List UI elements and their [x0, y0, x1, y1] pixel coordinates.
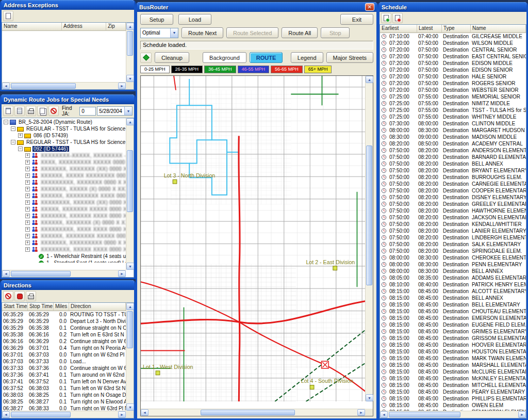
tree-item[interactable]: −BR_5-28-2004 (Dynamic Route)	[2, 119, 126, 125]
schedule-row[interactable]: 07:50:0008:20:00DestinationKENDALL/WHITT…	[380, 221, 526, 228]
schedule-row[interactable]: 08:15:0008:45:00DestinationBELL ANNEX	[380, 295, 526, 301]
column-header-name[interactable]: Name	[2, 23, 62, 31]
schedule-row[interactable]: 07:10:0007:40:00DestinationGILCREASE MID…	[380, 33, 526, 40]
scrollbar-thumb[interactable]	[11, 412, 71, 417]
schedule-row[interactable]: 08:15:0008:45:00DestinationMcKINLEY ELEM…	[380, 375, 526, 382]
scroll-left-button[interactable]: ◄	[2, 83, 10, 89]
directions-row[interactable]: 06:38:2706:38:330.0Turn right on W 63rd …	[2, 405, 126, 411]
tree-item[interactable]: +XXXXXXX, XXXXXX XXXX 0000 X XXXXXXX XX	[2, 213, 126, 219]
address-vertical-scrollbar[interactable]: ▲ ▼	[126, 23, 134, 82]
schedule-row[interactable]: 07:30:0008:00:00DestinationCLINTON MIDDL…	[380, 120, 526, 127]
schedule-titlebar[interactable]: Schedule	[380, 2, 526, 12]
schedule-row[interactable]: 08:15:0008:45:00DestinationMcCLURE ELEME…	[380, 368, 526, 375]
tree-expander-icon[interactable]: +	[25, 153, 30, 158]
schedule-row[interactable]: 07:50:0008:20:00DestinationANDERSON ELEM…	[380, 147, 526, 154]
schedule-row[interactable]: 07:20:0007:50:00DestinationEAST CENTRAL …	[380, 53, 526, 60]
schedule-row[interactable]: 08:15:0008:45:00DestinationGRISSOM ELEME…	[380, 335, 526, 342]
schedule-row[interactable]: 08:15:0008:45:00DestinationCHOUTEAU ELEM…	[380, 308, 526, 315]
tree-item[interactable]: +XXXXXXXXX, XXXX XXXX 0000 X XXXXX XXXX	[2, 226, 126, 233]
address-exceptions-titlebar[interactable]: Address Exceptions	[2, 0, 134, 10]
schedule-row[interactable]: 07:25:0007:55:00DestinationWHITNEY MIDDL…	[380, 114, 526, 120]
copy-button[interactable]	[37, 106, 47, 116]
scrollbar-thumb[interactable]	[11, 83, 76, 89]
schedule-row[interactable]: 07:50:0008:20:00DestinationCARNEGIE ELEM…	[380, 181, 526, 187]
schedule-row[interactable]: 08:15:0008:45:00DestinationALCOTT ELEMEN…	[380, 288, 526, 295]
tree-horizontal-scrollbar[interactable]: ◄ ►	[2, 270, 126, 277]
column-header-address[interactable]: Address	[62, 23, 106, 31]
scroll-down-button[interactable]: ▼	[126, 403, 134, 411]
tree-expander-icon[interactable]: +	[25, 173, 30, 178]
scrollbar-thumb[interactable]	[366, 146, 372, 285]
directions-row[interactable]: 06:36:1606:36:290.2Continue straight on …	[2, 338, 126, 345]
legend-button[interactable]: Legend	[291, 52, 323, 63]
schedule-row[interactable]: 07:20:0007:50:00DestinationEDISON SENIOR	[380, 67, 526, 73]
schedule-row[interactable]: 08:15:0008:45:00DestinationMITCHELL ELEM…	[380, 382, 526, 389]
schedule-row[interactable]: 08:15:0008:45:00DestinationBELL ELEMENTA…	[380, 301, 526, 308]
scrollbar-thumb[interactable]	[127, 311, 133, 348]
tree-expander-icon[interactable]: +	[25, 220, 30, 225]
schedule-row[interactable]: 08:00:0008:30:00DestinationPENN ELEMENTA…	[380, 261, 526, 268]
scroll-right-button[interactable]: ►	[518, 411, 526, 418]
directions-row[interactable]: 06:37:0306:37:330.0Load...	[2, 358, 126, 365]
route-next-button[interactable]: Route Next	[182, 27, 223, 38]
busrouter-titlebar[interactable]: BusRouter ✕	[137, 2, 376, 12]
map-horizontal-scrollbar[interactable]: ◄ ►	[141, 409, 365, 416]
tree-item[interactable]: ✓1 - Wheelchair Restraint (4 seats used)…	[2, 253, 126, 260]
schedule-row[interactable]: 08:15:0008:45:00DestinationREMINGTON ELE…	[380, 409, 526, 411]
print-button[interactable]	[26, 291, 36, 301]
schedule-row[interactable]: 08:15:0008:45:00DestinationPHILLIPS ELEM…	[380, 395, 526, 402]
schedule-horizontal-scrollbar[interactable]: ◄ ►	[380, 411, 526, 418]
scroll-left-button[interactable]: ◄	[2, 270, 10, 277]
tree-expander-icon[interactable]: −	[4, 120, 8, 124]
schedule-row[interactable]: 07:20:0007:50:00DestinationWEBSTER SENIO…	[380, 87, 526, 93]
column-header-latest[interactable]: Latest	[417, 25, 442, 33]
schedule-row[interactable]: 08:15:0008:45:00DestinationOWEN ELEM	[380, 402, 526, 409]
scroll-down-button[interactable]: ▼	[126, 75, 134, 82]
route-jobs-tree[interactable]: −BR_5-28-2004 (Dynamic Route)−REGULAR - …	[2, 118, 134, 278]
page-green-button[interactable]	[381, 13, 391, 23]
page-button[interactable]	[3, 11, 13, 21]
schedule-row[interactable]: 07:50:0008:20:00DestinationGREELEY ELEME…	[380, 201, 526, 207]
route-selected-button[interactable]: Route Selected	[226, 27, 278, 38]
schedule-row[interactable]: 07:50:0008:20:00DestinationBURROUGHS ELE…	[380, 174, 526, 181]
scroll-left-button[interactable]: ◄	[380, 411, 388, 418]
directions-row[interactable]: 06:37:3306:37:360.0Continue straight on …	[2, 365, 126, 371]
tree-expander-icon[interactable]: +	[25, 193, 30, 198]
scroll-left-button[interactable]: ◄	[141, 409, 148, 416]
tree-item[interactable]: +XXXXXX, XXXXX XXXXXXXX 0000 X XXXXXX	[2, 172, 126, 179]
schedule-row[interactable]: 07:50:0008:20:00DestinationLANIER ELEMEN…	[380, 228, 526, 234]
tree-item[interactable]: +XXXXXX, XXXXXXX (X) 0000 X XXXXXXX XXX	[2, 219, 126, 226]
tree-item[interactable]: +XXXXXXX, XXXXXXXXX 0000 X XXXXXXX XXXX	[2, 239, 126, 246]
tree-item[interactable]: −REGULAR - TSST - TULSA HS for Science &…	[2, 139, 126, 146]
column-header-start-time[interactable]: Start Time	[2, 303, 28, 311]
chevron-down-icon[interactable]: ▼	[170, 28, 178, 38]
schedule-row[interactable]: 07:20:0007:50:00DestinationEDISON MIDDLE	[380, 60, 526, 67]
directions-row[interactable]: 06:35:3806:36:160.2Turn left on E 63rd S…	[2, 331, 126, 338]
tree-expander-icon[interactable]: +	[25, 187, 30, 191]
route-map[interactable]: Lot 3 - North Division Lot 2 - East Divi…	[141, 76, 365, 401]
column-header-direction[interactable]: Direction	[69, 303, 126, 311]
schedule-row[interactable]: 08:15:0008:45:00DestinationEMERSON ELEME…	[380, 315, 526, 321]
dynamic-route-jobs-titlebar[interactable]: Dynamic Route Jobs for Special Needs	[2, 94, 134, 104]
tree-expander-icon[interactable]: +	[25, 180, 30, 185]
scroll-down-button[interactable]: ▼	[126, 263, 134, 270]
tree-item[interactable]: +XXXXXXXX-XXXXX, XXXXXXXX - XXXXXXXX XXX	[2, 152, 126, 159]
scrollbar-thumb[interactable]	[389, 412, 460, 417]
column-header-stop-time[interactable]: Stop Time	[28, 303, 54, 311]
schedule-row[interactable]: 07:50:0008:20:00DestinationSPRINGDALE EL…	[380, 248, 526, 254]
schedule-row[interactable]: 07:50:0008:20:00DestinationSALK ELEMENTA…	[380, 241, 526, 248]
tree-item[interactable]: +XXXXX, XXXXXXX XXXXX 0000 X XXXXXX XXX	[2, 206, 126, 213]
tree-item[interactable]: −092 (ID 57446)	[2, 146, 126, 152]
map-vertical-scrollbar[interactable]: ▲ ▼	[365, 76, 373, 401]
directions-row[interactable]: 06:37:0106:37:030.0Turn right on W 62nd …	[2, 351, 126, 358]
schedule-row[interactable]: 08:15:0008:45:00DestinationMARSHALL ELEM…	[380, 362, 526, 368]
load-button[interactable]: Load	[178, 14, 211, 25]
tree-expander-icon[interactable]: +	[25, 240, 30, 245]
schedule-row[interactable]: 08:20:0008:50:00DestinationACADEMY CENTR…	[380, 140, 526, 147]
tree-vertical-scrollbar[interactable]: ▲ ▼	[126, 118, 134, 270]
tree-expander-icon[interactable]: +	[25, 247, 30, 252]
exit-button[interactable]: Exit	[340, 14, 373, 25]
directions-list-body[interactable]: 06:35:2906:35:290.0ROUTING TO TSST - TUL…	[2, 311, 126, 411]
tree-expander-icon[interactable]: +	[25, 167, 30, 171]
tree-item[interactable]: +XXXXXXX, XXXXX (X) 0000 X XXXX XX XXXX	[2, 186, 126, 192]
